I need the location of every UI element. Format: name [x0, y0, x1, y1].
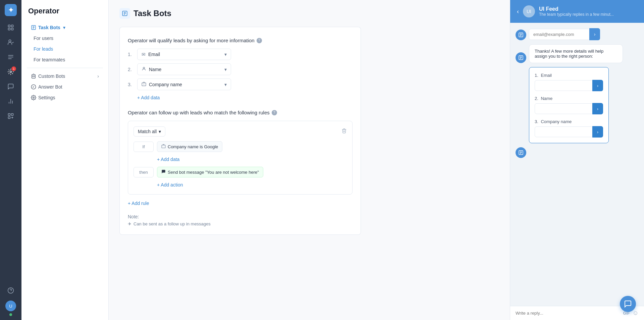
answer-bot-icon: [31, 84, 36, 90]
match-all-button[interactable]: Match all ▾: [133, 126, 165, 137]
settings-label: Settings: [38, 95, 55, 100]
form-item-company: 3. Company name ›: [535, 119, 603, 138]
nav-icon-inbox[interactable]: [5, 21, 17, 34]
sidebar-item-answer-bot[interactable]: Answer Bot: [27, 82, 103, 92]
preview-back-button[interactable]: ‹: [517, 8, 519, 15]
form-item-email-label: 1. Email: [535, 73, 603, 78]
preview-email-input-container: ›: [529, 28, 600, 40]
form-name-input-row: ›: [535, 103, 603, 114]
form-email-submit[interactable]: ›: [592, 80, 603, 91]
task-bots-chevron: ▾: [63, 25, 65, 30]
svg-point-20: [143, 67, 145, 69]
field-num-3: 3.: [128, 82, 133, 87]
nav-icon-apps[interactable]: [5, 110, 17, 122]
nav-icon-reports[interactable]: [5, 95, 17, 107]
custom-bots-icon: [31, 73, 36, 79]
page-header-icon: [119, 8, 130, 19]
form-email-input[interactable]: [535, 80, 592, 91]
condition-row: If Company name is Google: [133, 141, 347, 152]
data-row-email: 1. ✉ Email ▾: [128, 49, 353, 60]
form-company-input-row: ›: [535, 126, 603, 138]
company-label: Company name: [149, 82, 182, 87]
email-dropdown[interactable]: ✉ Email ▾: [137, 49, 231, 60]
user-avatar[interactable]: U: [5, 301, 16, 311]
reply-input[interactable]: [516, 311, 621, 316]
condition-chip[interactable]: Company name is Google: [157, 141, 222, 152]
form-company-submit[interactable]: ›: [592, 126, 603, 138]
action-chip[interactable]: Send bot message "You are not welcome he…: [157, 167, 263, 177]
add-action-button[interactable]: + Add action: [157, 181, 183, 189]
add-rule-button[interactable]: + Add rule: [128, 199, 149, 207]
preview-body: › Thanks! A few more details will help a…: [510, 23, 644, 306]
svg-rect-0: [8, 25, 10, 27]
top-partial-content: [119, 27, 361, 30]
content-area: Operator will qualify leads by asking fo…: [119, 30, 361, 235]
company-dropdown[interactable]: Company name ▾: [137, 78, 231, 90]
emoji-icon[interactable]: ☺: [633, 310, 639, 317]
svg-rect-10: [11, 114, 13, 116]
form-name-input[interactable]: [535, 103, 592, 114]
then-label: then: [133, 167, 154, 177]
sidebar-item-for-teammates[interactable]: For teammates: [27, 54, 103, 65]
if-label: If: [133, 142, 154, 152]
preview-bot-icon-msg: [516, 52, 526, 63]
custom-bots-label: Custom Bots: [38, 73, 65, 79]
sidebar-item-settings[interactable]: Settings: [27, 92, 103, 103]
rule-box: Match all ▾ If Company name is Google: [128, 121, 353, 195]
nav-icon-messages[interactable]: [5, 81, 17, 93]
note-arrow-icon: ✈: [128, 221, 131, 226]
qualify-help-icon[interactable]: ?: [257, 38, 262, 43]
settings-icon: [31, 95, 36, 100]
nav-icon-operator[interactable]: 1: [5, 66, 17, 78]
nav-icon-contacts[interactable]: [5, 36, 17, 48]
company-icon: [142, 82, 146, 87]
sidebar-item-for-leads[interactable]: For leads: [27, 44, 103, 54]
preview-panel: ‹ UI UI Feed The team typically replies …: [510, 0, 644, 320]
svg-point-12: [8, 288, 14, 294]
field-num-1: 1.: [128, 52, 133, 57]
preview-bot-icon-email: [516, 30, 526, 40]
match-all-label: Match all: [138, 129, 157, 134]
chat-bubble-button[interactable]: [620, 296, 636, 312]
form-name-submit[interactable]: ›: [592, 103, 603, 114]
name-label: Name: [149, 67, 161, 72]
sidebar-divider-1: [27, 68, 103, 68]
company-chevron-icon: ▾: [224, 82, 227, 87]
task-bots-icon: [31, 25, 36, 30]
sidebar-item-task-bots[interactable]: Task Bots ▾: [27, 22, 103, 33]
note-title: Note:: [128, 214, 353, 219]
operator-badge: 1: [11, 66, 16, 71]
delete-rule-icon[interactable]: [341, 128, 347, 135]
note-section: Note: ✈ Can be sent as a follow up in me…: [128, 214, 353, 226]
add-condition-button[interactable]: + Add data: [157, 155, 179, 163]
app-nav: ✦ 1 U: [0, 0, 21, 320]
page-title: Task Bots: [133, 9, 171, 18]
preview-bottom-bot-row: [516, 147, 639, 158]
svg-rect-23: [162, 145, 165, 148]
svg-point-15: [33, 76, 33, 76]
follow-up-help-icon[interactable]: ?: [272, 110, 277, 115]
form-company-input[interactable]: [535, 126, 592, 137]
email-label: Email: [148, 52, 160, 57]
bot-message-text: Thanks! A few more details will help ass…: [535, 49, 603, 59]
form-item-email: 1. Email ›: [535, 73, 603, 91]
name-dropdown[interactable]: Name ▾: [137, 63, 231, 75]
preview-email-send-button[interactable]: ›: [589, 28, 600, 40]
sidebar-item-custom-bots[interactable]: Custom Bots ›: [27, 71, 103, 82]
preview-form-spacer: [516, 67, 526, 78]
nav-icon-help[interactable]: [5, 284, 17, 297]
page-header: Task Bots: [119, 8, 499, 19]
svg-point-18: [33, 97, 34, 98]
action-chat-icon: [161, 169, 166, 175]
data-row-company: 3. Company name ▾: [128, 78, 353, 90]
follow-up-section-title: Operator can follow up with leads who ma…: [128, 110, 353, 115]
nav-icon-campaigns[interactable]: [5, 51, 17, 63]
preview-email-row: ›: [516, 28, 639, 40]
add-data-button[interactable]: + Add data: [137, 94, 160, 102]
form-item-name-label: 2. Name: [535, 96, 603, 101]
sidebar-item-for-users[interactable]: For users: [27, 33, 103, 44]
preview-email-field[interactable]: [529, 29, 589, 40]
name-chevron-icon: ▾: [224, 67, 227, 72]
action-text: Send bot message "You are not welcome he…: [168, 170, 259, 175]
app-logo[interactable]: ✦: [5, 4, 17, 16]
